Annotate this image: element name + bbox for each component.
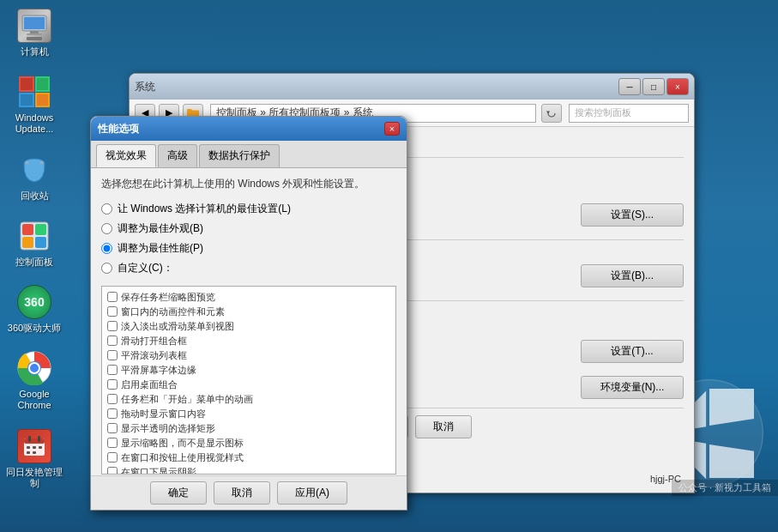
checkbox-item-3[interactable]: 滑动打开组合框	[106, 334, 392, 348]
svg-rect-13	[26, 161, 28, 164]
checkbox-label-10: 显示缩略图，而不是显示图标	[121, 437, 244, 450]
perf-apply-button[interactable]: 应用(A)	[277, 481, 347, 505]
refresh-button[interactable]	[541, 104, 562, 123]
svg-rect-1	[24, 17, 45, 29]
svg-rect-30	[27, 451, 30, 454]
system-cancel-button[interactable]: 取消	[415, 415, 472, 438]
perf-description: 选择您想在此计算机上使用的 Windows 外观和性能设置。	[101, 177, 396, 191]
checkbox-label-9: 显示半透明的选择矩形	[121, 422, 215, 435]
desktop-icon-control-panel[interactable]: 控制面板	[4, 219, 64, 268]
desktop-icon-windows-update[interactable]: Windows Update...	[4, 75, 64, 135]
performance-dialog: 性能选项 × 视觉效果 高级 数据执行保护 选择您想在此计算机上使用的 Wind…	[90, 116, 407, 511]
svg-rect-14	[40, 161, 43, 164]
checkbox-label-7: 任务栏和「开始」菜单中的动画	[121, 393, 253, 406]
profiles-settings-button[interactable]: 设置(B)...	[581, 264, 684, 287]
radio-best-perf[interactable]: 调整为最佳性能(P)	[101, 241, 396, 256]
checkbox-item-4[interactable]: 平滑滚动列表框	[106, 348, 392, 363]
radio-best-perf-label: 调整为最佳性能(P)	[118, 241, 203, 256]
svg-rect-3	[27, 33, 42, 35]
startup-settings-button[interactable]: 设置(T)...	[581, 340, 684, 363]
checkbox-item-8[interactable]: 拖动时显示窗口内容	[106, 407, 392, 421]
svg-rect-29	[39, 446, 42, 449]
checkbox-item-2[interactable]: 淡入淡出或滑动菜单到视图	[106, 319, 392, 334]
radio-auto-label: 让 Windows 选择计算机的最佳设置(L)	[118, 202, 291, 216]
desktop-icons-column: 计算机 Windows Update...	[0, 0, 69, 498]
radio-auto[interactable]: 让 Windows 选择计算机的最佳设置(L)	[101, 202, 396, 216]
checkbox-item-11[interactable]: 在窗口和按钮上使用视觉样式	[106, 450, 392, 465]
svg-rect-17	[35, 224, 46, 235]
desktop-icon-day-manager[interactable]: 同日发艳管理 制	[4, 429, 64, 489]
radio-custom[interactable]: 自定义(C)：	[101, 261, 396, 275]
checkbox-item-6[interactable]: 启用桌面组合	[106, 378, 392, 392]
checkbox-label-4: 平滑滚动列表框	[121, 349, 187, 362]
svg-rect-11	[37, 94, 48, 106]
svg-rect-10	[21, 94, 33, 106]
maximize-button[interactable]: □	[642, 78, 665, 95]
perf-dialog-footer: 确定 取消 应用(A)	[91, 475, 407, 510]
perf-dialog-titlebar: 性能选项 ×	[91, 117, 407, 141]
svg-rect-9	[37, 78, 48, 90]
checkbox-label-3: 滑动打开组合框	[121, 335, 187, 348]
checkbox-label-6: 启用桌面组合	[121, 378, 178, 391]
computer-label: 计算机	[21, 46, 49, 57]
close-button[interactable]: ×	[666, 78, 689, 95]
tab-dep[interactable]: 数据执行保护	[199, 144, 280, 167]
perf-dialog-content: 选择您想在此计算机上使用的 Windows 外观和性能设置。 让 Windows…	[91, 168, 407, 510]
tab-visual-effects[interactable]: 视觉效果	[96, 144, 156, 167]
checkbox-item-12[interactable]: 在窗口下显示阴影	[106, 465, 392, 475]
checkbox-item-0[interactable]: 保存任务栏缩略图预览	[106, 290, 392, 305]
env-variables-button[interactable]: 环境变量(N)...	[581, 376, 684, 399]
svg-rect-27	[27, 446, 30, 449]
checkbox-label-0: 保存任务栏缩略图预览	[121, 291, 215, 304]
system-window-title: 系统	[135, 80, 155, 94]
checkbox-label-5: 平滑屏幕字体边缘	[121, 364, 196, 377]
search-box[interactable]: 搜索控制面板	[569, 104, 689, 123]
control-panel-icon	[17, 219, 51, 253]
system-window-titlebar: 系统 ─ □ ×	[130, 74, 694, 100]
checkbox-item-9[interactable]: 显示半透明的选择矩形	[106, 421, 392, 436]
checkbox-item-10[interactable]: 显示缩略图，而不是显示图标	[106, 436, 392, 450]
perf-ok-button[interactable]: 确定	[150, 481, 207, 505]
checkbox-item-5[interactable]: 平滑屏幕字体边缘	[106, 363, 392, 378]
watermark: 公众号 · 新视力工具箱	[672, 480, 778, 496]
svg-rect-24	[24, 438, 45, 444]
checkbox-item-7[interactable]: 任务栏和「开始」菜单中的动画	[106, 392, 392, 407]
control-panel-label: 控制面板	[15, 257, 53, 268]
svg-point-22	[29, 363, 39, 373]
windows-update-label: Windows Update...	[15, 112, 54, 135]
desktop: 计算机 Windows Update...	[0, 0, 778, 532]
desktop-icon-360[interactable]: 360 360驱动大师	[4, 285, 64, 334]
desktop-icon-chrome[interactable]: Google Chrome	[4, 351, 64, 411]
chrome-label: Google Chrome	[4, 389, 64, 411]
desktop-icon-recycle-bin[interactable]: 回收站	[4, 153, 64, 202]
checkbox-label-12: 在窗口下显示阴影	[121, 466, 196, 475]
perf-settings-button[interactable]: 设置(S)...	[581, 203, 684, 227]
search-placeholder: 搜索控制面板	[575, 106, 631, 119]
checkbox-label-8: 拖动时显示窗口内容	[121, 408, 206, 420]
svg-rect-8	[21, 78, 33, 90]
desktop-icon-computer[interactable]: 计算机	[4, 9, 64, 57]
recycle-bin-label: 回收站	[21, 190, 49, 202]
checkbox-item-1[interactable]: 窗口内的动画控件和元素	[106, 305, 392, 319]
perf-radio-group: 让 Windows 选择计算机的最佳设置(L) 调整为最佳外观(B) 调整为最佳…	[101, 202, 396, 275]
perf-dialog-title: 性能选项	[98, 122, 139, 136]
perf-dialog-tabs: 视觉效果 高级 数据执行保护	[91, 141, 407, 168]
day-manager-icon	[17, 429, 51, 463]
minimize-button[interactable]: ─	[618, 78, 641, 95]
svg-rect-18	[22, 237, 33, 248]
svg-rect-28	[33, 446, 36, 449]
perf-dialog-close-button[interactable]: ×	[384, 122, 400, 136]
windows-update-icon	[17, 75, 51, 109]
day-manager-label: 同日发艳管理 制	[6, 467, 63, 489]
360-label: 360驱动大师	[8, 323, 61, 334]
svg-rect-19	[35, 237, 46, 248]
360-icon: 360	[17, 285, 51, 319]
computer-icon	[17, 9, 51, 43]
svg-rect-2	[30, 31, 39, 33]
chrome-icon	[17, 351, 51, 385]
checkbox-list[interactable]: 保存任务栏缩略图预览窗口内的动画控件和元素淡入淡出或滑动菜单到视图滑动打开组合框…	[101, 286, 396, 475]
recycle-bin-icon	[17, 153, 51, 187]
radio-best-look[interactable]: 调整为最佳外观(B)	[101, 221, 396, 236]
tab-advanced-perf[interactable]: 高级	[158, 144, 197, 167]
perf-cancel-button[interactable]: 取消	[214, 481, 270, 505]
